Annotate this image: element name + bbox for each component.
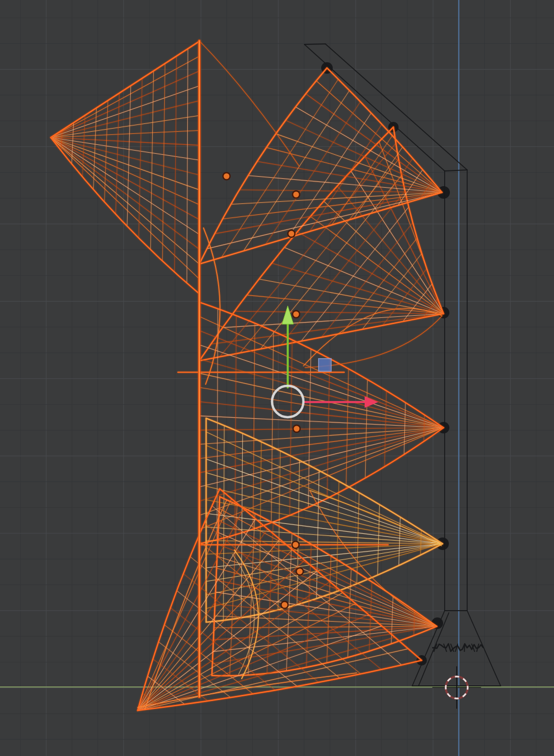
sail-outline-edge <box>199 68 327 264</box>
sail-outline-highlight <box>138 489 220 711</box>
sail-outline-highlight <box>199 68 327 264</box>
sail-extra-edge <box>138 673 357 707</box>
sail-fan-line <box>199 428 444 473</box>
cursor-3d <box>433 667 481 708</box>
stand-zigzag-spur <box>465 644 465 651</box>
sail-row-wire <box>240 159 399 353</box>
sail-row-wire <box>281 191 405 345</box>
viewport-canvas[interactable] <box>0 0 554 756</box>
origin-dot <box>293 312 299 317</box>
sail-outline-highlight <box>393 127 444 314</box>
sail-row-wire <box>230 505 237 675</box>
sail-fan-line <box>214 626 437 628</box>
sail-row-wire <box>342 238 417 333</box>
sail-outline-highlight <box>199 192 442 264</box>
sail-row-wire <box>378 505 380 575</box>
origin-dot <box>289 231 295 237</box>
sail-fan-line <box>199 428 444 501</box>
sail-row-wire <box>187 49 188 283</box>
sail-fan-line <box>284 247 444 314</box>
selected-sail-wireframe[interactable] <box>51 41 444 711</box>
stand-edge <box>325 44 467 170</box>
sail-fan-line <box>51 138 199 249</box>
sail-outline-highlight <box>51 138 199 294</box>
sail-fan-line <box>215 604 437 626</box>
sail-row-wire <box>404 403 405 454</box>
sail-outline-highlight <box>51 41 199 138</box>
sail-row-wire <box>385 391 387 466</box>
stand-edge <box>304 44 325 44</box>
sail-row-wire <box>391 596 393 644</box>
sail-fan-line <box>138 626 382 711</box>
sail-row-wire <box>327 359 330 498</box>
transform-gizmo[interactable] <box>272 306 378 417</box>
gizmo-z-arrow-head[interactable] <box>282 306 293 324</box>
origin-dot <box>293 542 299 548</box>
gizmo-x-arrow-head[interactable] <box>365 396 378 408</box>
sail-row-wire <box>365 380 367 478</box>
sail-row-wire <box>272 331 274 523</box>
sail-outline-highlight <box>212 626 437 676</box>
sail-row-wire <box>301 207 409 341</box>
sail-row-wire <box>357 492 359 583</box>
sail-row-wire <box>243 90 349 251</box>
viewport-grid <box>0 0 554 756</box>
sail-outline-edge <box>51 138 199 294</box>
sail-fan-line <box>138 571 318 711</box>
origin-dot <box>282 602 288 608</box>
sail-row-wire <box>241 433 243 618</box>
axis-lines <box>0 0 554 756</box>
sail-fan-line <box>51 56 199 138</box>
sail-fan-line <box>211 314 444 344</box>
sail-fan-line <box>247 295 444 314</box>
sail-fan-line <box>296 107 442 192</box>
sail-fan-line <box>51 71 199 138</box>
sail-outline-edge <box>393 127 444 314</box>
sail-fan-line <box>51 138 199 205</box>
sail-fan-line <box>51 138 199 190</box>
sail-row-wire <box>421 530 422 555</box>
sail-extra-edge <box>199 41 299 166</box>
sail-low-spike[interactable] <box>212 497 437 676</box>
sail-fan-line <box>286 120 442 192</box>
sail-outline-edge <box>138 489 220 711</box>
sail-fan-line <box>234 311 444 314</box>
sail-row-wire <box>175 56 177 272</box>
origin-dot <box>224 174 230 179</box>
sail-fan-line <box>306 94 442 192</box>
sail-row-wire <box>162 63 165 261</box>
sail-fan-line <box>316 81 442 192</box>
stand-edge <box>445 170 467 171</box>
sail-fan-line <box>310 216 444 314</box>
sail-row-wire <box>221 79 338 257</box>
sail-outline-edge <box>212 626 437 676</box>
sail-fan-line <box>51 138 199 279</box>
sail-row-wire <box>399 517 400 566</box>
origin-dot <box>297 569 303 575</box>
sail-fan-line <box>51 138 199 220</box>
sail-fan-line <box>199 428 444 487</box>
gizmo-move-circle[interactable] <box>272 386 303 417</box>
sail-fan-line <box>266 147 442 192</box>
sail-row-wire <box>322 223 413 337</box>
origin-dot <box>294 426 300 432</box>
blender-3d-viewport[interactable] <box>0 0 554 756</box>
sail-fan-line <box>257 162 443 192</box>
sail-fan-line <box>51 138 199 234</box>
stand-zigzag-spur <box>455 644 458 651</box>
sail-row-wire <box>151 71 154 250</box>
gizmo-y-square-handle[interactable] <box>319 359 331 371</box>
sail-row-wire <box>116 93 119 214</box>
sail-big-upper-left[interactable] <box>51 41 199 294</box>
origin-dot <box>293 192 299 198</box>
